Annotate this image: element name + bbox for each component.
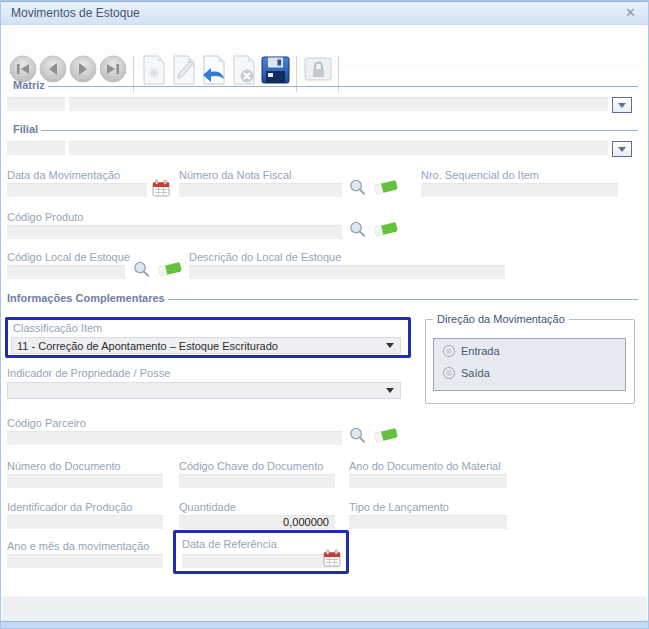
eraser-icon[interactable]	[373, 219, 400, 243]
tipo-lancamento-input[interactable]	[349, 515, 507, 529]
filial-dropdown-button[interactable]	[612, 141, 632, 157]
calendar-icon[interactable]	[152, 179, 170, 201]
data-referencia-input[interactable]	[182, 554, 340, 568]
codigo-chave-documento-input[interactable]	[179, 474, 335, 488]
identificador-producao-input[interactable]	[7, 515, 163, 529]
direcao-movimentacao-legend: Direção da Movimentação	[433, 313, 569, 325]
ano-documento-material-input[interactable]	[349, 474, 507, 488]
numero-documento-input[interactable]	[7, 474, 163, 488]
quantidade-label: Quantidade	[179, 501, 236, 513]
search-icon[interactable]	[348, 220, 367, 243]
codigo-chave-documento-label: Código Chave do Documento	[179, 460, 323, 472]
indicador-propriedade-label: Indicador de Propriedade / Posse	[7, 367, 170, 379]
window-title: Movimentos de Estoque	[11, 6, 140, 20]
section-divider	[41, 130, 638, 131]
filial-code-input[interactable]	[7, 141, 65, 155]
search-icon[interactable]	[348, 426, 367, 449]
classificacao-item-value: 11 - Correção de Apontamento – Estoque E…	[17, 340, 278, 352]
numero-documento-label: Número do Documento	[7, 460, 121, 472]
radio-button-icon	[443, 345, 455, 357]
info-complementares-section-header: Informações Complementares	[7, 292, 638, 304]
chevron-down-icon	[386, 343, 394, 348]
search-icon[interactable]	[348, 178, 367, 201]
window-bottom-edge	[1, 621, 648, 628]
codigo-parceiro-input[interactable]	[7, 431, 342, 445]
chevron-down-icon	[618, 103, 626, 108]
nro-sequencial-item-input[interactable]	[421, 183, 618, 197]
identificador-producao-label: Identificador da Produção	[7, 501, 132, 513]
data-movimentacao-label: Data da Movimentação	[7, 169, 120, 181]
descricao-local-estoque-label: Descrição do Local de Estoque	[189, 251, 341, 263]
ano-mes-movimentacao-label: Ano e mês da movimentação	[7, 540, 149, 552]
radio-button-icon	[443, 367, 455, 379]
radio-entrada[interactable]: Entrada	[443, 345, 500, 357]
matriz-dropdown-button[interactable]	[612, 97, 632, 113]
radio-entrada-label: Entrada	[461, 345, 500, 357]
indicador-propriedade-select[interactable]	[7, 382, 401, 399]
calendar-icon[interactable]	[323, 549, 341, 571]
matriz-code-input[interactable]	[7, 97, 65, 111]
nro-sequencial-item-label: Nro. Sequencial do Item	[421, 169, 539, 181]
eraser-icon[interactable]	[373, 425, 400, 449]
radio-saida-label: Saída	[461, 367, 490, 379]
filial-section-header: Filial	[13, 123, 638, 135]
matriz-description-input[interactable]	[69, 97, 608, 111]
eraser-icon[interactable]	[157, 259, 184, 283]
eraser-icon[interactable]	[373, 177, 400, 201]
toolbar	[2, 26, 647, 69]
movimentos-de-estoque-window: Movimentos de Estoque ✕	[0, 0, 649, 629]
filial-description-input[interactable]	[69, 141, 608, 155]
section-divider	[168, 299, 638, 300]
codigo-local-estoque-input[interactable]	[7, 265, 125, 279]
chevron-down-icon	[618, 147, 626, 152]
data-movimentacao-input[interactable]	[7, 183, 147, 197]
ano-mes-movimentacao-input[interactable]	[7, 554, 163, 568]
codigo-local-estoque-label: Código Local de Estoque	[7, 251, 130, 263]
numero-nota-fiscal-label: Número da Nota Fiscal	[179, 169, 292, 181]
section-divider	[48, 86, 638, 87]
matriz-section-header: Matriz	[13, 79, 638, 91]
close-icon[interactable]: ✕	[625, 5, 636, 20]
radio-saida[interactable]: Saída	[443, 367, 490, 379]
codigo-produto-input[interactable]	[7, 225, 342, 239]
codigo-produto-label: Código Produto	[7, 211, 83, 223]
data-referencia-label: Data de Referência	[182, 538, 277, 550]
search-icon[interactable]	[132, 260, 151, 283]
ano-documento-material-label: Ano do Documento do Material	[349, 460, 501, 472]
classificacao-item-select[interactable]: 11 - Correção de Apontamento – Estoque E…	[11, 337, 401, 354]
descricao-local-estoque-input[interactable]	[189, 265, 505, 279]
tipo-lancamento-label: Tipo de Lançamento	[349, 501, 449, 513]
status-bar	[2, 596, 647, 621]
matriz-section-label: Matriz	[13, 79, 45, 91]
codigo-parceiro-label: Código Parceiro	[7, 417, 86, 429]
quantidade-value: 0,000000	[179, 516, 329, 528]
classificacao-item-label: Classificação Item	[13, 322, 102, 334]
title-bar: Movimentos de Estoque ✕	[1, 1, 648, 25]
numero-nota-fiscal-input[interactable]	[179, 183, 342, 197]
info-complementares-label: Informações Complementares	[7, 292, 165, 304]
filial-section-label: Filial	[13, 123, 38, 135]
chevron-down-icon	[386, 388, 394, 393]
